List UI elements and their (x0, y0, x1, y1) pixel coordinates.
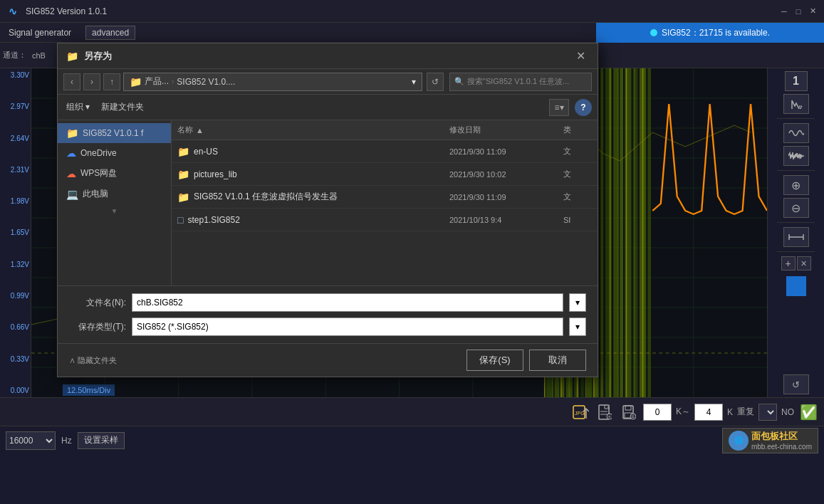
help-btn[interactable]: ? (575, 99, 592, 116)
svg-rect-32 (633, 68, 638, 397)
nav-path-bar: 📁 产品... › SIG852 V1.0.... ▾ (123, 73, 422, 91)
waveform-sine-btn[interactable] (783, 123, 809, 143)
left-panel-label-1: OneDrive (80, 148, 117, 158)
left-panel-label-3: 此电脑 (83, 188, 108, 200)
confirm-btn[interactable]: ✅ (798, 402, 818, 422)
folder-icon-row-2: 📁 (177, 191, 189, 203)
left-panel-item-1[interactable]: ☁ OneDrive (58, 143, 171, 163)
svg-text:+: + (607, 414, 611, 420)
maximize-button[interactable]: □ (793, 6, 804, 17)
no-label: NO (781, 407, 794, 417)
filetype-field[interactable]: SIG852 (*.SIG852) (132, 317, 563, 336)
nav-back-btn[interactable]: ‹ (63, 73, 80, 90)
cursor-icon-btn[interactable] (783, 94, 809, 114)
save-btn[interactable]: ≡ (619, 402, 639, 422)
svg-text:≡: ≡ (631, 414, 635, 420)
file-row-1[interactable]: 📁 pictures_lib 2021/9/30 10:02 文 (172, 163, 598, 186)
y-label-9: 0.33V (1, 355, 29, 363)
dialog-save-btn[interactable]: 保存(S) (466, 350, 523, 371)
repeat-select[interactable] (758, 404, 777, 421)
menu-advanced[interactable]: advanced (85, 26, 135, 40)
file-type-0: 文 (563, 146, 592, 157)
cloud-icon-1: ☁ (66, 147, 76, 159)
sidebar-channel-num: 1 (785, 71, 808, 91)
dialog-bottom: 文件名(N): chB.SIG852 ▾ 保存类型(T): SIG852 (*.… (58, 285, 598, 343)
col-name-text: 名称 (177, 125, 193, 135)
y-label-6: 1.32V (1, 261, 29, 268)
sidebar-divider-4 (777, 251, 815, 252)
hscale-btn[interactable] (783, 227, 809, 247)
sidebar-divider-2 (777, 170, 815, 171)
col-date[interactable]: 修改日期 (449, 125, 563, 135)
y-label-4: 1.98V (1, 197, 29, 205)
computer-icon-3: 💻 (66, 189, 78, 200)
sidebar-divider-1 (777, 118, 815, 119)
filename-field[interactable]: chB.SIG852 (132, 293, 563, 312)
rotate-btn[interactable]: ↺ (783, 374, 809, 394)
dialog-file-list[interactable]: 名称 ▲ 修改日期 类 📁 en-US 2021/9/30 11:09 文 (172, 120, 598, 285)
dialog-left-panel: 📁 SIG852 V1.0.1 f ☁ OneDrive ☁ WPS网盘 💻 此… (58, 120, 172, 285)
svg-rect-28 (605, 68, 612, 397)
left-panel-item-0[interactable]: 📁 SIG852 V1.0.1 f (58, 123, 171, 143)
plus-btn[interactable]: + (781, 256, 796, 271)
left-panel-label-0: SIG852 V1.0.1 f (83, 128, 143, 138)
file-date-3: 2021/10/13 9:4 (449, 216, 563, 224)
k-value-input[interactable] (694, 404, 723, 421)
file-row-2[interactable]: 📁 SIG852 V1.0.1 任意波虚拟信号发生器 2021/9/30 11:… (172, 186, 598, 209)
zoom-out-btn[interactable]: ⊖ (783, 198, 809, 218)
k-input[interactable] (643, 404, 672, 421)
path-dropdown-icon[interactable]: ▾ (412, 77, 416, 87)
nav-search-bar[interactable]: 🔍 搜索"SIG852 V1.0.1 任意波... (449, 73, 592, 91)
svg-rect-29 (613, 68, 618, 397)
organize-btn[interactable]: 组织 ▾ (63, 100, 93, 115)
view-btn[interactable]: ≡ ▾ (549, 99, 569, 116)
title-bar-left: ∿ SIG852 Version 1.0.1 (6, 4, 107, 19)
left-panel-label-2: WPS网盘 (80, 167, 117, 179)
title-bar-controls: ─ □ ✕ (778, 6, 818, 17)
filename-dropdown[interactable]: ▾ (569, 293, 586, 312)
file-row-0[interactable]: 📁 en-US 2021/9/30 11:09 文 (172, 140, 598, 163)
dialog-close-btn[interactable]: ✕ (572, 48, 589, 65)
file-row-3[interactable]: □ step1.SIG852 2021/10/13 9:4 SI (172, 209, 598, 231)
app-title: SIG852 Version 1.0.1 (26, 6, 107, 16)
close-button[interactable]: ✕ (807, 6, 818, 17)
y-label-1: 2.97V (1, 103, 29, 110)
jpg-export-btn[interactable]: JPG (570, 402, 590, 422)
dialog-toolbar: 组织 ▾ 新建文件夹 ≡ ▾ ? (58, 95, 598, 120)
y-label-10: 0.00V (1, 387, 29, 394)
svg-rect-31 (625, 68, 631, 397)
folder-icon-0: 📁 (66, 127, 78, 139)
file-name-cell-3: □ step1.SIG852 (177, 214, 449, 226)
zoom-in-btn[interactable]: ⊕ (783, 175, 809, 195)
hide-folder-label[interactable]: ∧ 隐藏文件夹 (69, 355, 117, 366)
channel-select[interactable]: chB (32, 51, 46, 60)
minimize-button[interactable]: ─ (778, 6, 790, 17)
setup-sample-btn[interactable]: 设置采样 (78, 432, 125, 449)
right-sidebar: 1 ⊕ ⊖ (767, 68, 824, 397)
path-segment-2[interactable]: SIG852 V1.0.... (177, 77, 235, 87)
left-panel-item-2[interactable]: ☁ WPS网盘 (58, 163, 171, 184)
view-icon: ≡ (554, 103, 559, 112)
file-date-1: 2021/9/30 10:02 (449, 170, 563, 179)
document-btn[interactable]: + (595, 402, 615, 422)
y-label-8: 0.66V (1, 323, 29, 331)
organize-label: 组织 ▾ (66, 101, 90, 113)
nav-up-btn[interactable]: ↑ (103, 73, 120, 90)
dialog-cancel-btn[interactable]: 取消 (529, 350, 586, 371)
col-name[interactable]: 名称 ▲ (177, 125, 449, 135)
dialog-nav: ‹ › ↑ 📁 产品... › SIG852 V1.0.... ▾ ↺ 🔍 搜索… (58, 69, 598, 95)
left-panel-item-3[interactable]: 💻 此电脑 (58, 184, 171, 204)
path-segment-1[interactable]: 产品... (145, 75, 169, 88)
channel-label: 通道： (3, 50, 26, 61)
nav-refresh-btn[interactable]: ↺ (427, 73, 444, 91)
new-folder-btn[interactable]: 新建文件夹 (98, 100, 147, 115)
menu-signal-generator[interactable]: Signal generator (6, 26, 74, 39)
repeat-label: 重复 (737, 406, 754, 418)
folder-icon-row-0: 📁 (177, 146, 189, 157)
nav-forward-btn[interactable]: › (83, 73, 100, 90)
waveform-noise-btn[interactable] (783, 146, 809, 166)
filetype-dropdown[interactable]: ▾ (569, 317, 586, 336)
multiply-btn[interactable]: × (797, 256, 811, 271)
dialog-content: 📁 SIG852 V1.0.1 f ☁ OneDrive ☁ WPS网盘 💻 此… (58, 120, 598, 285)
hz-select[interactable]: 16000 (6, 431, 56, 450)
